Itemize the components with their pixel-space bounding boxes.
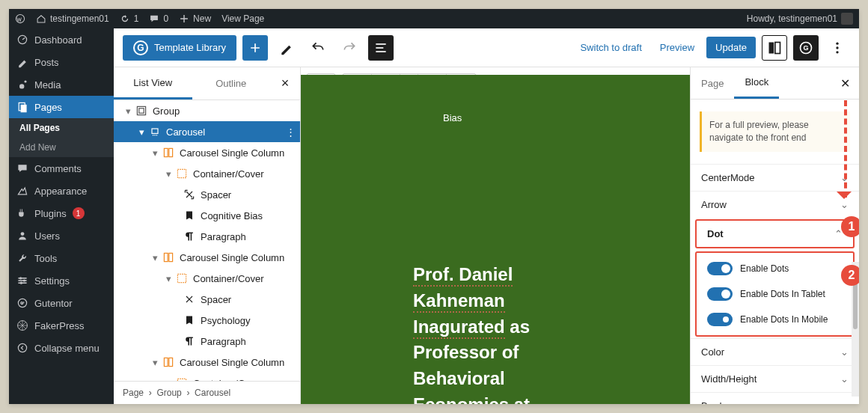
svg-rect-32: [177, 169, 186, 177]
tab-page[interactable]: Page: [691, 69, 734, 98]
panel-arrow[interactable]: Arrow⌄: [691, 191, 859, 218]
tree-more-icon[interactable]: ⋮: [286, 126, 296, 138]
panel-dot[interactable]: Dot⌃: [697, 221, 853, 247]
svg-point-8: [19, 277, 22, 279]
svg-rect-30: [164, 148, 168, 156]
slide-headline[interactable]: Prof. Daniel Kahneman Inagurated as Prof…: [413, 262, 578, 404]
svg-point-21: [836, 42, 838, 44]
howdy-user[interactable]: Howdy, testingemen01: [747, 13, 853, 25]
tree-csc[interactable]: ▾Carousel Single Column: [114, 142, 300, 163]
site-name[interactable]: testingemen01: [36, 13, 109, 24]
settings-toggle-button[interactable]: [762, 35, 787, 61]
more-options-button[interactable]: [825, 35, 850, 61]
tree-cc[interactable]: ▾Container/Cover: [114, 373, 300, 381]
svg-text:G: G: [803, 44, 808, 52]
spacer-icon: [183, 188, 196, 201]
sidebar-item-settings[interactable]: Settings: [9, 269, 114, 292]
tree-csc[interactable]: ▾Carousel Single Column: [114, 247, 300, 268]
comments-link[interactable]: 0: [149, 13, 168, 24]
sidebar-item-collapse[interactable]: Collapse menu: [9, 337, 114, 359]
sidebar-item-posts[interactable]: Posts: [9, 51, 114, 73]
svg-point-10: [20, 282, 22, 284]
tree-spacer[interactable]: Spacer: [114, 289, 300, 310]
sidebar-item-tools[interactable]: Tools: [9, 247, 114, 269]
toggle-switch[interactable]: [707, 262, 733, 275]
template-library-button[interactable]: GTemplate Library: [123, 35, 236, 61]
toggle-switch[interactable]: [707, 313, 733, 326]
panel-centermode[interactable]: CenterMode⌄: [691, 164, 859, 191]
highlight-toggles: Enable Dots Enable Dots In Tablet Enable…: [695, 251, 855, 337]
tree-heading[interactable]: Psychology: [114, 310, 300, 331]
switch-to-draft-link[interactable]: Switch to draft: [574, 42, 647, 53]
annotation-badge-2: 2: [841, 265, 859, 286]
slide-tag: Bias: [443, 112, 462, 123]
update-button[interactable]: Update: [706, 37, 756, 58]
panel-border[interactable]: Border⌄: [691, 392, 859, 404]
spacer-icon: [183, 293, 196, 306]
block-tree: ▾Group ▾Carousel⋮ ▾Carousel Single Colum…: [114, 100, 300, 381]
view-page-link[interactable]: View Page: [221, 13, 264, 24]
sidebar-item-fakerpress[interactable]: FakerPress: [9, 314, 114, 337]
tab-list-view[interactable]: List View: [114, 68, 192, 100]
tab-block[interactable]: Block: [734, 67, 779, 99]
tree-csc[interactable]: ▾Carousel Single Column: [114, 352, 300, 373]
sidebar-item-plugins[interactable]: Plugins1: [9, 202, 114, 224]
highlight-dot: Dot⌃: [695, 219, 855, 248]
gutentor-settings-button[interactable]: G: [793, 35, 819, 61]
sidebar-item-gutentor[interactable]: Gutentor: [9, 292, 114, 314]
edit-mode-button[interactable]: [274, 35, 299, 61]
redo-button[interactable]: [337, 35, 362, 61]
wp-logo[interactable]: [15, 13, 25, 24]
close-settings[interactable]: ✕: [831, 76, 859, 91]
avatar: [841, 13, 853, 25]
svg-rect-17: [769, 42, 774, 53]
sidebar-subitem-all-pages[interactable]: All Pages: [9, 118, 114, 138]
sidebar-item-dashboard[interactable]: Dashboard: [9, 28, 114, 51]
tree-cc[interactable]: ▾Container/Cover: [114, 163, 300, 184]
sidebar-item-comments[interactable]: Comments: [9, 157, 114, 180]
toggle-switch[interactable]: [707, 287, 733, 301]
sidebar-item-pages[interactable]: Pages: [9, 96, 114, 118]
tree-heading[interactable]: Cognitive Bias: [114, 205, 300, 226]
sidebar-item-media[interactable]: Media: [9, 73, 114, 96]
close-list-panel[interactable]: ×: [270, 76, 300, 91]
toggle-enable-dots-tablet[interactable]: Enable Dots In Tablet: [697, 281, 853, 307]
carousel-slide[interactable]: Bias Prof. Daniel Kahneman Inagurated as…: [301, 75, 690, 404]
svg-point-27: [153, 135, 154, 136]
sidebar-submenu-pages: All Pages Add New: [9, 118, 114, 157]
sidebar-item-users[interactable]: Users: [9, 224, 114, 247]
tree-group[interactable]: ▾Group: [114, 100, 300, 121]
svg-rect-33: [164, 253, 168, 261]
svg-rect-26: [152, 129, 158, 133]
bookmark-icon: [183, 209, 196, 222]
add-block-button[interactable]: [242, 35, 268, 61]
toggle-enable-dots-mobile[interactable]: Enable Dots In Mobile: [697, 307, 853, 332]
settings-panel: Page Block ✕ For a full preview, please …: [690, 67, 859, 404]
tree-paragraph[interactable]: Paragraph: [114, 226, 300, 247]
editor-toolbar: GTemplate Library Switch to draft Previe…: [114, 28, 859, 67]
preview-link[interactable]: Preview: [654, 42, 700, 53]
tree-carousel[interactable]: ▾Carousel⋮: [114, 121, 300, 142]
svg-rect-3: [21, 105, 27, 112]
svg-rect-36: [164, 358, 168, 366]
panel-color[interactable]: Color⌄: [691, 338, 859, 365]
annotation-arrow: [844, 100, 847, 198]
group-icon: [135, 104, 148, 117]
tree-cc[interactable]: ▾Container/Cover: [114, 268, 300, 289]
column-icon: [162, 146, 175, 159]
updates-link[interactable]: 1: [120, 13, 139, 24]
editor: GTemplate Library Switch to draft Previe…: [114, 28, 859, 404]
carousel-icon: [148, 125, 162, 138]
new-link[interactable]: New: [179, 13, 211, 24]
editor-canvas[interactable]: Bias Prof. Daniel Kahneman Inagurated as…: [301, 67, 690, 404]
toggle-enable-dots[interactable]: Enable Dots: [697, 256, 853, 281]
sidebar-item-appearance[interactable]: Appearance: [9, 180, 114, 202]
list-view-button[interactable]: [368, 35, 394, 61]
breadcrumb[interactable]: Page › Group › Carousel: [114, 381, 300, 404]
tree-paragraph[interactable]: Paragraph: [114, 331, 300, 352]
sidebar-subitem-add-new[interactable]: Add New: [9, 138, 114, 157]
panel-width-height[interactable]: Width/Height⌄: [691, 365, 859, 392]
tab-outline[interactable]: Outline: [192, 69, 271, 98]
undo-button[interactable]: [305, 35, 331, 61]
tree-spacer[interactable]: Spacer: [114, 184, 300, 205]
